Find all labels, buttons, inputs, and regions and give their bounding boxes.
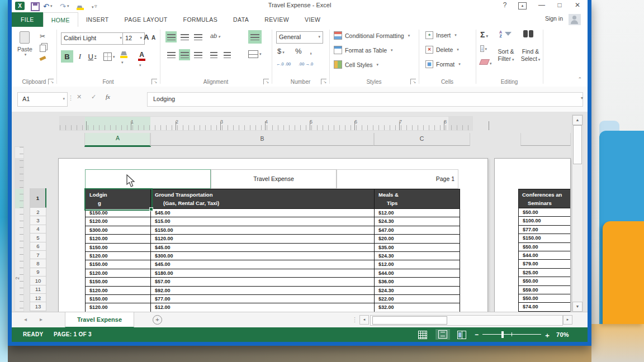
prev-sheet-icon[interactable]: ◂: [24, 316, 27, 322]
conditional-formatting-button[interactable]: Conditional Formatting: [334, 31, 410, 40]
zoom-slider-thumb[interactable]: [501, 331, 504, 338]
formula-bar-expand-icon[interactable]: ▾: [581, 96, 583, 101]
percent-icon[interactable]: %: [295, 47, 302, 55]
table-cell[interactable]: $57.00: [151, 278, 375, 286]
page-layout-view-icon[interactable]: [435, 329, 450, 340]
row-header[interactable]: 13: [30, 302, 46, 311]
maximize-button[interactable]: □: [554, 1, 565, 9]
table-cell[interactable]: $12.00: [375, 209, 460, 217]
increase-indent-icon[interactable]: [221, 49, 233, 60]
horizontal-scrollbar[interactable]: [370, 315, 563, 326]
zoom-out-icon[interactable]: −: [475, 331, 479, 339]
table-cell[interactable]: $92.00: [151, 287, 375, 295]
alignment-dialog-launcher[interactable]: [263, 79, 269, 84]
find-select-button[interactable]: Find &Select: [518, 48, 543, 63]
table-cell[interactable]: $24.30: [375, 252, 460, 260]
table-cell[interactable]: $50.00: [518, 208, 571, 217]
copy-icon[interactable]: [40, 45, 46, 52]
tabs-scrollbar-separator[interactable]: ⋮: [352, 316, 358, 323]
middle-align-icon[interactable]: [179, 31, 190, 42]
table-cell[interactable]: $45.00: [151, 244, 375, 252]
insert-function-icon[interactable]: fx: [106, 93, 110, 100]
cut-icon[interactable]: ✂: [40, 32, 45, 40]
row-header[interactable]: 1: [30, 188, 46, 208]
table-cell[interactable]: $120.00: [86, 235, 151, 243]
row-header[interactable]: 8: [30, 259, 46, 268]
table-cell[interactable]: $25.00: [518, 269, 571, 277]
table-cell[interactable]: $24.30: [375, 287, 460, 295]
scroll-down-icon[interactable]: ▼: [572, 302, 583, 312]
table-cell[interactable]: $22.00: [375, 295, 460, 303]
table-cell[interactable]: $150.00: [86, 295, 151, 303]
table-cell[interactable]: $32.00: [375, 303, 460, 312]
table-cell[interactable]: $44.00: [518, 251, 571, 260]
row-header[interactable]: 5: [30, 234, 46, 242]
column-header-a[interactable]: A: [84, 133, 151, 147]
borders-icon[interactable]: [103, 53, 115, 61]
bottom-align-icon[interactable]: [192, 31, 203, 42]
row-header[interactable]: 11: [30, 285, 46, 294]
row-header[interactable]: 3: [30, 216, 46, 225]
increase-decimal-icon[interactable]: ←.0 .00: [276, 61, 291, 66]
styles-dialog-launcher[interactable]: [410, 79, 416, 84]
table-cell[interactable]: $77.00: [151, 295, 375, 303]
page-header-center-section[interactable]: Travel Expense: [211, 169, 337, 189]
cell-styles-button[interactable]: Cell Styles: [334, 60, 378, 69]
table-cell[interactable]: $44.00: [375, 269, 460, 278]
cancel-formula-icon[interactable]: ✕: [77, 93, 82, 101]
fill-icon[interactable]: ↓: [480, 45, 487, 52]
merge-center-icon[interactable]: [248, 50, 262, 58]
table-cell[interactable]: $50.00: [518, 277, 571, 285]
row-header[interactable]: 2: [30, 208, 46, 216]
table-cell[interactable]: $36.00: [375, 278, 460, 286]
bold-button[interactable]: B: [61, 50, 73, 63]
italic-button[interactable]: I: [75, 50, 84, 63]
new-sheet-icon[interactable]: +: [153, 315, 162, 325]
help-button[interactable]: ?: [499, 1, 510, 9]
tab-insert[interactable]: INSERT: [78, 12, 117, 27]
clear-icon[interactable]: [480, 59, 492, 66]
format-as-table-button[interactable]: Format as Table: [334, 46, 393, 54]
paste-button[interactable]: Paste ▾: [17, 31, 32, 57]
font-name-combo[interactable]: Calibri Light▾: [61, 32, 125, 45]
vertical-scrollbar-thumb[interactable]: [573, 125, 582, 164]
table-cell[interactable]: $15.00: [151, 217, 375, 226]
tab-page-layout[interactable]: PAGE LAYOUT: [117, 12, 176, 27]
tab-home[interactable]: HOME: [43, 12, 78, 27]
close-button[interactable]: ✕: [572, 1, 583, 9]
table-cell[interactable]: $45.00: [151, 260, 375, 269]
tab-data[interactable]: DATA: [225, 12, 257, 27]
tab-formulas[interactable]: FORMULAS: [176, 12, 226, 27]
table-cell[interactable]: $120.00: [86, 287, 151, 295]
table-cell[interactable]: $12.00: [375, 260, 460, 269]
number-dialog-launcher[interactable]: [321, 79, 326, 84]
center-icon[interactable]: [179, 49, 190, 60]
zoom-level[interactable]: 70%: [556, 331, 569, 338]
sign-in-link[interactable]: Sign in: [545, 15, 563, 22]
row-header[interactable]: 6: [30, 242, 46, 251]
decrease-indent-icon[interactable]: [208, 49, 219, 60]
tab-view[interactable]: VIEW: [297, 12, 328, 27]
grow-font-icon[interactable]: A: [144, 33, 149, 41]
column-header-page2[interactable]: [520, 133, 571, 146]
underline-button[interactable]: U: [86, 50, 99, 63]
row-header[interactable]: 7: [30, 251, 46, 259]
table-cell[interactable]: $20.00: [375, 235, 460, 243]
table-header-cell[interactable]: Lodging: [86, 189, 151, 209]
collapse-ribbon-icon[interactable]: ⌃: [577, 77, 582, 82]
table-cell[interactable]: $50.00: [518, 294, 571, 303]
comma-icon[interactable]: ,: [310, 46, 312, 55]
table-cell[interactable]: $150.00: [151, 226, 375, 235]
autosum-icon[interactable]: Σ: [480, 30, 488, 39]
top-align-icon[interactable]: [165, 31, 177, 42]
row-header[interactable]: 10: [30, 277, 46, 285]
page-header-left-section[interactable]: [85, 169, 211, 189]
zoom-in-icon[interactable]: ＋: [544, 331, 551, 340]
sheet-tab-travel-expense[interactable]: Travel Expense: [65, 312, 134, 328]
table-cell[interactable]: $24.30: [375, 217, 460, 226]
formula-input[interactable]: Lodging: [147, 92, 583, 107]
font-size-combo[interactable]: 12▾: [122, 32, 145, 45]
table-cell[interactable]: $120.00: [86, 303, 151, 312]
font-dialog-launcher[interactable]: [151, 79, 157, 84]
row-header[interactable]: 4: [30, 225, 46, 234]
